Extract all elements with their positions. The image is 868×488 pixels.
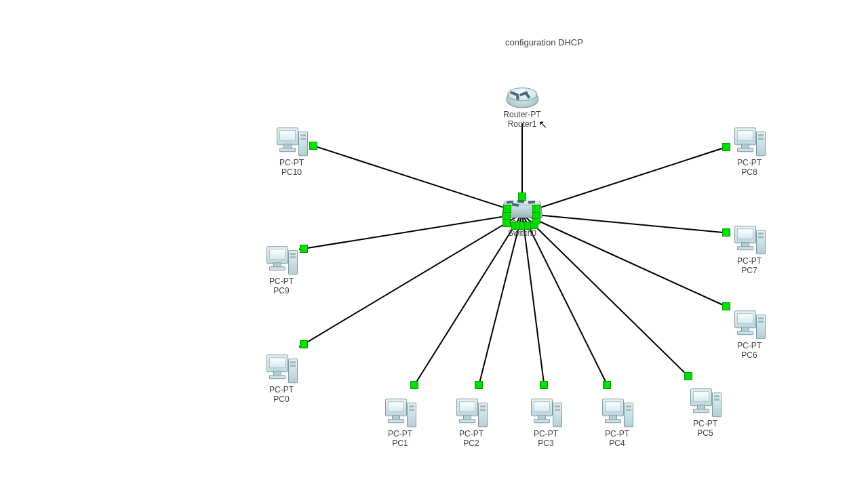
pc-label-line2: PC10 xyxy=(274,168,309,178)
router-device[interactable]: Router-PT Router1 xyxy=(503,87,540,129)
pc-device-pc1[interactable]: PC-PTPC1 xyxy=(382,399,418,449)
pc-label-line2: PC3 xyxy=(528,439,564,449)
link-status-pc8-pc-end xyxy=(722,143,730,151)
pc-icon xyxy=(274,127,309,157)
pc-device-pc6[interactable]: PC-PTPC6 xyxy=(732,310,767,361)
link-status-pc7-pc-end xyxy=(722,228,730,237)
link-status-pc6-pc-end xyxy=(722,302,730,310)
pc-icon xyxy=(688,388,723,418)
link-pc7-switch[interactable] xyxy=(522,214,730,233)
pc-icon xyxy=(382,399,418,428)
switch-label-line2: Switch0 xyxy=(502,229,542,239)
pc-label-line2: PC4 xyxy=(599,439,635,449)
pc-label-line1: PC-PT xyxy=(454,430,489,439)
pc-icon xyxy=(599,399,635,428)
pc-label-line1: PC-PT xyxy=(688,420,723,429)
router-icon xyxy=(505,87,540,109)
link-pc1-switch[interactable] xyxy=(412,214,522,388)
pc-label-line1: PC-PT xyxy=(382,430,418,439)
switch-icon xyxy=(502,202,542,218)
link-pc4-switch[interactable] xyxy=(522,214,609,388)
link-pc3-switch[interactable] xyxy=(522,214,545,388)
link-pc9-switch[interactable] xyxy=(299,214,522,249)
pc-label-line2: PC1 xyxy=(382,439,418,449)
pc-label-line2: PC7 xyxy=(732,266,767,276)
pc-device-pc5[interactable]: PC-PTPC5 xyxy=(688,388,723,439)
pc-device-pc8[interactable]: PC-PTPC8 xyxy=(732,127,767,178)
pc-icon xyxy=(454,399,489,428)
link-status-pc1-pc-end xyxy=(410,381,418,389)
link-status-pc4-pc-end xyxy=(603,381,611,389)
pc-label-line1: PC-PT xyxy=(599,430,635,439)
pc-device-pc7[interactable]: PC-PTPC7 xyxy=(732,226,767,276)
router-label-line1: Router-PT xyxy=(503,110,540,120)
pc-device-pc0[interactable]: PC-PTPC0 xyxy=(264,354,299,405)
pc-label-line1: PC-PT xyxy=(732,159,767,168)
pc-icon xyxy=(732,310,767,340)
pc-label-line1: PC-PT xyxy=(732,342,767,351)
link-pc6-switch[interactable] xyxy=(522,214,730,308)
pc-device-pc10[interactable]: PC-PTPC10 xyxy=(274,127,309,178)
link-status-pc10-pc-end xyxy=(309,142,317,150)
pc-label-line1: PC-PT xyxy=(528,430,564,439)
pc-label-line1: PC-PT xyxy=(264,386,299,395)
pc-icon xyxy=(264,354,299,384)
link-status-pc2-pc-end xyxy=(475,381,483,389)
pc-device-pc4[interactable]: PC-PTPC4 xyxy=(599,399,635,449)
pc-label-line1: PC-PT xyxy=(732,257,767,266)
pc-label-line1: PC-PT xyxy=(274,159,309,168)
pc-icon xyxy=(732,226,767,256)
switch-label-line1: 2960-24 xyxy=(502,220,542,229)
link-pc8-switch[interactable] xyxy=(522,146,730,214)
pc-label-line2: PC2 xyxy=(454,439,489,449)
pc-label-line2: PC6 xyxy=(732,351,767,361)
router-label-line2: Router1 xyxy=(503,120,540,129)
link-pc2-switch[interactable] xyxy=(478,214,522,388)
pc-label-line2: PC9 xyxy=(264,287,299,296)
pc-icon xyxy=(264,246,299,276)
link-pc10-switch[interactable] xyxy=(309,144,522,214)
pc-label-line1: PC-PT xyxy=(264,277,299,287)
link-status-pc0-pc-end xyxy=(300,340,308,348)
pc-label-line2: PC0 xyxy=(264,395,299,405)
pc-icon xyxy=(528,399,564,428)
pc-icon xyxy=(732,127,767,157)
pc-device-pc2[interactable]: PC-PTPC2 xyxy=(454,399,489,449)
link-status-pc5-pc-end xyxy=(684,372,692,380)
link-pc0-switch[interactable] xyxy=(299,214,522,347)
link-pc5-switch[interactable] xyxy=(522,214,692,380)
pc-device-pc9[interactable]: PC-PTPC9 xyxy=(264,246,299,296)
topology-title: configuration DHCP xyxy=(505,37,583,47)
link-status-pc3-pc-end xyxy=(540,381,548,389)
pc-label-line2: PC8 xyxy=(732,168,767,178)
pc-label-line2: PC5 xyxy=(688,429,723,439)
link-status-pc9-pc-end xyxy=(300,245,308,253)
switch-device[interactable]: 2960-24 Switch0 xyxy=(502,202,542,239)
pc-device-pc3[interactable]: PC-PTPC3 xyxy=(528,399,564,449)
